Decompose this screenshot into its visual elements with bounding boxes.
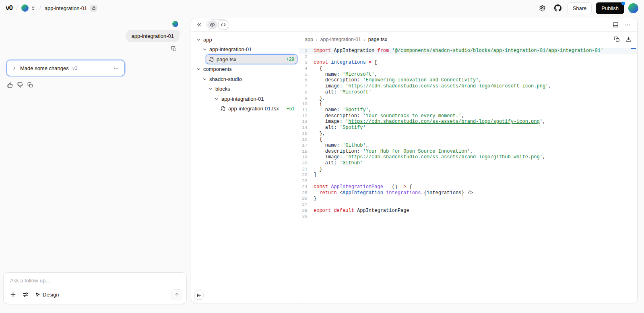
code-line: 6 description: 'Empowering Innovation an… <box>299 77 637 83</box>
ellipsis-icon <box>624 22 631 28</box>
tree-label: page.tsx <box>217 56 236 62</box>
code-line: 27 <box>299 202 637 208</box>
line-number: 7 <box>299 83 314 89</box>
tree-label: app-integration-01 <box>209 46 252 52</box>
arrow-up-icon <box>174 292 180 297</box>
arrow-left-to-line-icon <box>197 293 202 298</box>
code-line: 29 <box>299 214 637 220</box>
line-content: image: 'https://cdn.shadcnstudio.com/ss-… <box>314 83 551 89</box>
lock-icon <box>92 6 96 10</box>
scrollbar-thumb[interactable] <box>631 48 636 49</box>
tree-label: components <box>203 66 232 72</box>
line-number: 20 <box>299 160 314 166</box>
settings-button[interactable] <box>537 2 548 14</box>
code-line: 10 { <box>299 101 637 107</box>
more-options-button[interactable] <box>624 22 631 28</box>
code-line: 13 image: 'https://cdn.shadcnstudio.com/… <box>299 119 637 125</box>
copy-icon <box>171 46 177 52</box>
line-content: description: 'Your Hub for Open Source I… <box>314 149 473 155</box>
feedback-toolbar <box>7 82 189 88</box>
tree-folder-row[interactable]: app <box>191 35 299 45</box>
chevron-right-icon <box>12 66 17 70</box>
github-button[interactable] <box>552 2 564 14</box>
chevrons-up-down-icon[interactable] <box>31 6 36 11</box>
plus-icon <box>10 292 16 298</box>
copy-response-button[interactable] <box>27 82 33 88</box>
line-number: 28 <box>299 208 314 214</box>
design-mode-button[interactable]: Design <box>35 292 59 298</box>
line-content: alt: 'Microsoft' <box>314 89 372 95</box>
thumbs-down-button[interactable] <box>17 82 23 88</box>
tree-folder-row[interactable]: app-integration-01 <box>191 45 299 55</box>
team-avatar[interactable] <box>21 4 29 12</box>
line-number: 1 <box>299 48 314 54</box>
version-menu-button[interactable] <box>113 65 119 71</box>
line-content: name: 'Microsoft', <box>314 72 377 78</box>
line-number: 21 <box>299 166 314 172</box>
collapse-panel-button[interactable] <box>196 22 202 28</box>
settings-sliders-button[interactable] <box>23 292 29 298</box>
tree-folder-row[interactable]: components <box>191 64 299 75</box>
send-button[interactable] <box>171 289 182 300</box>
line-number: 12 <box>299 113 314 119</box>
private-badge[interactable] <box>90 5 97 12</box>
code-line: 14 alt: 'Spotify' <box>299 125 637 131</box>
diff-count-badge: +51 <box>287 106 295 112</box>
tree-folder-row[interactable]: app-integration-01 <box>191 94 299 104</box>
code-line: 5 name: 'Microsoft', <box>299 72 637 78</box>
chevron-down-icon <box>196 67 201 71</box>
version-card[interactable]: Made some changes v1 <box>6 60 125 76</box>
code-editor[interactable]: 1import AppIntegration from '@/component… <box>299 47 637 303</box>
breadcrumb-segment[interactable]: app-integration-01 <box>320 37 361 42</box>
line-number: 19 <box>299 154 314 160</box>
publish-button[interactable]: Publish <box>596 2 624 14</box>
file-tree: appapp-integration-01page.tsx+29componen… <box>191 32 299 303</box>
gear-icon <box>539 5 546 12</box>
sliders-icon <box>23 292 29 298</box>
ellipsis-icon <box>113 65 119 71</box>
github-icon <box>554 4 561 12</box>
panel-layout-button[interactable] <box>613 22 619 28</box>
tree-file-row[interactable]: page.tsx+29 <box>191 54 299 64</box>
panel-bottom-icon <box>613 22 619 28</box>
design-label: Design <box>43 292 59 298</box>
message-avatar <box>172 21 178 27</box>
line-number: 23 <box>299 178 314 184</box>
tree-file-row[interactable]: app-integration-01.tsx+51 <box>191 104 299 114</box>
followup-input[interactable] <box>10 278 180 288</box>
attach-button[interactable] <box>10 292 16 298</box>
line-content: { <box>314 66 322 72</box>
code-line: 23 <box>299 178 637 184</box>
code-lines: 1import AppIntegration from '@/component… <box>299 48 637 220</box>
chevron-down-icon <box>196 37 201 42</box>
line-content: }, <box>314 95 325 102</box>
line-content: image: 'https://cdn.shadcnstudio.com/ss-… <box>314 154 545 160</box>
eye-icon <box>210 22 215 27</box>
file-plus-icon <box>209 57 214 62</box>
version-card-title: Made some changes <box>20 65 69 71</box>
project-name[interactable]: app-integration-01 <box>45 5 87 11</box>
breadcrumb-segment[interactable]: app <box>305 37 313 42</box>
preview-toggle[interactable] <box>207 21 217 29</box>
line-content: } <box>314 196 316 202</box>
code-line: 28export default AppIntegrationPage <box>299 208 637 214</box>
tree-folder-row[interactable]: blocks <box>191 84 299 94</box>
download-code-button[interactable] <box>625 36 632 42</box>
v0-logo[interactable]: v0 <box>6 4 12 12</box>
line-content: { <box>314 101 322 107</box>
thumbs-up-button[interactable] <box>7 82 13 88</box>
collapse-sidebar-button[interactable] <box>194 290 204 300</box>
line-content: export default AppIntegrationPage <box>314 208 409 214</box>
code-toggle[interactable] <box>218 20 228 29</box>
user-avatar[interactable] <box>628 3 638 13</box>
line-number: 29 <box>299 214 314 220</box>
tree-folder-row[interactable]: shadcn-studio <box>191 74 299 84</box>
share-button[interactable]: Share <box>568 2 592 14</box>
code-line: 18 description: 'Your Hub for Open Sourc… <box>299 149 637 155</box>
copy-message-button[interactable] <box>171 46 177 52</box>
line-number: 27 <box>299 202 314 208</box>
code-line: 17 name: 'Github', <box>299 143 637 149</box>
line-number: 2 <box>299 54 314 60</box>
copy-code-button[interactable] <box>614 36 620 42</box>
tree-label: shadcn-studio <box>209 76 242 82</box>
